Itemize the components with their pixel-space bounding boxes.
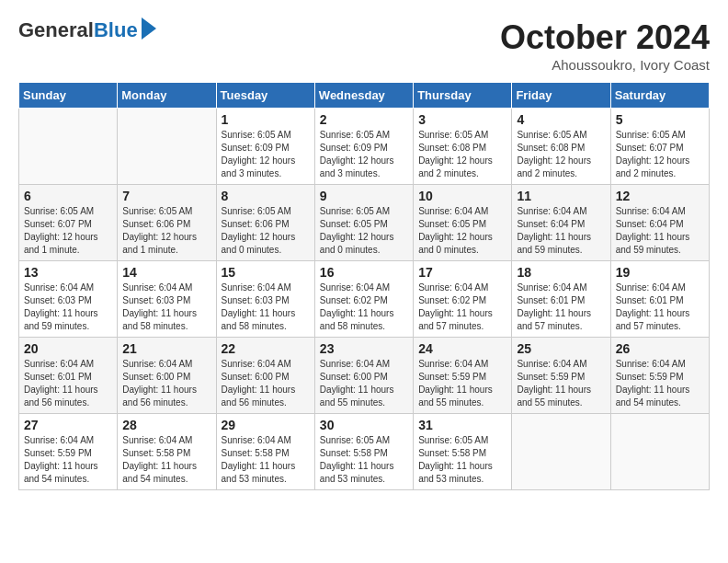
calendar-cell: 7Sunrise: 6:05 AM Sunset: 6:06 PM Daylig… [118, 185, 216, 261]
days-of-week-row: SundayMondayTuesdayWednesdayThursdayFrid… [19, 83, 710, 109]
day-info: Sunrise: 6:04 AM Sunset: 6:03 PM Dayligh… [222, 282, 310, 333]
calendar-table: SundayMondayTuesdayWednesdayThursdayFrid… [18, 82, 710, 490]
day-number: 12 [616, 189, 704, 203]
day-number: 17 [418, 265, 506, 280]
day-info: Sunrise: 6:04 AM Sunset: 6:05 PM Dayligh… [418, 205, 506, 257]
day-number: 27 [24, 418, 112, 432]
calendar-cell [512, 414, 610, 490]
day-info: Sunrise: 6:04 AM Sunset: 5:58 PM Dayligh… [222, 434, 310, 486]
title-section: October 2024 Ahoussoukro, Ivory Coast [500, 18, 710, 73]
calendar-cell [19, 109, 118, 185]
calendar-cell: 6Sunrise: 6:05 AM Sunset: 6:07 PM Daylig… [19, 185, 118, 261]
day-number: 2 [320, 112, 408, 127]
day-info: Sunrise: 6:04 AM Sunset: 6:02 PM Dayligh… [418, 282, 506, 333]
day-number: 22 [222, 341, 310, 356]
day-number: 31 [418, 418, 506, 432]
calendar-cell: 24Sunrise: 6:04 AM Sunset: 5:59 PM Dayli… [414, 338, 512, 414]
day-number: 18 [517, 265, 605, 280]
day-number: 8 [222, 189, 310, 203]
day-of-week-header: Sunday [19, 83, 118, 109]
logo-arrow-icon [142, 17, 156, 40]
day-number: 28 [122, 418, 210, 432]
calendar-cell: 8Sunrise: 6:05 AM Sunset: 6:06 PM Daylig… [216, 185, 314, 261]
day-info: Sunrise: 6:04 AM Sunset: 6:00 PM Dayligh… [122, 358, 210, 409]
calendar-cell: 12Sunrise: 6:04 AM Sunset: 6:04 PM Dayli… [610, 185, 709, 261]
day-info: Sunrise: 6:04 AM Sunset: 6:03 PM Dayligh… [122, 282, 210, 333]
calendar-cell: 21Sunrise: 6:04 AM Sunset: 6:00 PM Dayli… [118, 338, 216, 414]
day-info: Sunrise: 6:05 AM Sunset: 6:08 PM Dayligh… [517, 129, 605, 180]
day-number: 29 [222, 418, 310, 432]
day-number: 13 [24, 265, 112, 280]
day-info: Sunrise: 6:04 AM Sunset: 5:59 PM Dayligh… [418, 358, 506, 409]
day-info: Sunrise: 6:05 AM Sunset: 6:07 PM Dayligh… [24, 205, 112, 257]
day-info: Sunrise: 6:05 AM Sunset: 6:07 PM Dayligh… [616, 129, 704, 180]
calendar-header: SundayMondayTuesdayWednesdayThursdayFrid… [19, 83, 710, 109]
day-info: Sunrise: 6:05 AM Sunset: 5:58 PM Dayligh… [418, 434, 506, 486]
calendar-cell: 30Sunrise: 6:05 AM Sunset: 5:58 PM Dayli… [314, 414, 413, 490]
calendar-body: 1Sunrise: 6:05 AM Sunset: 6:09 PM Daylig… [19, 109, 710, 490]
day-info: Sunrise: 6:04 AM Sunset: 6:01 PM Dayligh… [616, 282, 704, 333]
day-number: 24 [418, 341, 506, 356]
day-info: Sunrise: 6:04 AM Sunset: 6:02 PM Dayligh… [320, 282, 408, 333]
day-number: 10 [418, 189, 506, 203]
calendar-week-row: 27Sunrise: 6:04 AM Sunset: 5:59 PM Dayli… [19, 414, 710, 490]
calendar-cell: 23Sunrise: 6:04 AM Sunset: 6:00 PM Dayli… [314, 338, 413, 414]
day-info: Sunrise: 6:05 AM Sunset: 6:08 PM Dayligh… [418, 129, 506, 180]
calendar-cell: 15Sunrise: 6:04 AM Sunset: 6:03 PM Dayli… [216, 261, 314, 338]
calendar-cell: 19Sunrise: 6:04 AM Sunset: 6:01 PM Dayli… [610, 261, 709, 338]
day-of-week-header: Saturday [610, 83, 709, 109]
day-info: Sunrise: 6:04 AM Sunset: 6:04 PM Dayligh… [517, 205, 605, 257]
day-info: Sunrise: 6:04 AM Sunset: 6:00 PM Dayligh… [320, 358, 408, 409]
day-number: 19 [616, 265, 704, 280]
day-info: Sunrise: 6:04 AM Sunset: 5:59 PM Dayligh… [24, 434, 112, 486]
day-info: Sunrise: 6:05 AM Sunset: 6:09 PM Dayligh… [320, 129, 408, 180]
calendar-cell: 4Sunrise: 6:05 AM Sunset: 6:08 PM Daylig… [512, 109, 610, 185]
day-number: 4 [517, 112, 605, 127]
day-info: Sunrise: 6:04 AM Sunset: 5:58 PM Dayligh… [122, 434, 210, 486]
calendar-cell: 27Sunrise: 6:04 AM Sunset: 5:59 PM Dayli… [19, 414, 118, 490]
day-info: Sunrise: 6:05 AM Sunset: 6:06 PM Dayligh… [122, 205, 210, 257]
day-number: 16 [320, 265, 408, 280]
day-info: Sunrise: 6:05 AM Sunset: 5:58 PM Dayligh… [320, 434, 408, 486]
day-info: Sunrise: 6:04 AM Sunset: 5:59 PM Dayligh… [616, 358, 704, 409]
day-number: 30 [320, 418, 408, 432]
calendar-cell: 31Sunrise: 6:05 AM Sunset: 5:58 PM Dayli… [414, 414, 512, 490]
day-number: 20 [24, 341, 112, 356]
day-of-week-header: Monday [118, 83, 216, 109]
page-header: General Blue October 2024 Ahoussoukro, I… [18, 18, 710, 73]
calendar-week-row: 13Sunrise: 6:04 AM Sunset: 6:03 PM Dayli… [19, 261, 710, 338]
calendar-cell: 25Sunrise: 6:04 AM Sunset: 5:59 PM Dayli… [512, 338, 610, 414]
day-info: Sunrise: 6:05 AM Sunset: 6:05 PM Dayligh… [320, 205, 408, 257]
calendar-cell: 13Sunrise: 6:04 AM Sunset: 6:03 PM Dayli… [19, 261, 118, 338]
day-info: Sunrise: 6:04 AM Sunset: 6:01 PM Dayligh… [24, 358, 112, 409]
day-number: 3 [418, 112, 506, 127]
day-info: Sunrise: 6:05 AM Sunset: 6:06 PM Dayligh… [222, 205, 310, 257]
calendar-week-row: 20Sunrise: 6:04 AM Sunset: 6:01 PM Dayli… [19, 338, 710, 414]
calendar-cell: 26Sunrise: 6:04 AM Sunset: 5:59 PM Dayli… [610, 338, 709, 414]
day-info: Sunrise: 6:04 AM Sunset: 6:01 PM Dayligh… [517, 282, 605, 333]
day-of-week-header: Wednesday [314, 83, 413, 109]
calendar-cell: 1Sunrise: 6:05 AM Sunset: 6:09 PM Daylig… [216, 109, 314, 185]
calendar-cell: 28Sunrise: 6:04 AM Sunset: 5:58 PM Dayli… [118, 414, 216, 490]
calendar-cell: 16Sunrise: 6:04 AM Sunset: 6:02 PM Dayli… [314, 261, 413, 338]
day-number: 15 [222, 265, 310, 280]
calendar-cell: 17Sunrise: 6:04 AM Sunset: 6:02 PM Dayli… [414, 261, 512, 338]
calendar-cell: 29Sunrise: 6:04 AM Sunset: 5:58 PM Dayli… [216, 414, 314, 490]
day-number: 9 [320, 189, 408, 203]
day-info: Sunrise: 6:04 AM Sunset: 6:04 PM Dayligh… [616, 205, 704, 257]
day-info: Sunrise: 6:04 AM Sunset: 6:03 PM Dayligh… [24, 282, 112, 333]
calendar-cell: 22Sunrise: 6:04 AM Sunset: 6:00 PM Dayli… [216, 338, 314, 414]
day-info: Sunrise: 6:05 AM Sunset: 6:09 PM Dayligh… [222, 129, 310, 180]
day-number: 5 [616, 112, 704, 127]
calendar-cell: 5Sunrise: 6:05 AM Sunset: 6:07 PM Daylig… [610, 109, 709, 185]
logo: General Blue [18, 18, 156, 42]
day-of-week-header: Tuesday [216, 83, 314, 109]
calendar-cell: 9Sunrise: 6:05 AM Sunset: 6:05 PM Daylig… [314, 185, 413, 261]
day-of-week-header: Thursday [414, 83, 512, 109]
day-number: 21 [122, 341, 210, 356]
day-number: 11 [517, 189, 605, 203]
day-number: 6 [24, 189, 112, 203]
calendar-cell [610, 414, 709, 490]
day-number: 7 [122, 189, 210, 203]
calendar-cell: 10Sunrise: 6:04 AM Sunset: 6:05 PM Dayli… [414, 185, 512, 261]
